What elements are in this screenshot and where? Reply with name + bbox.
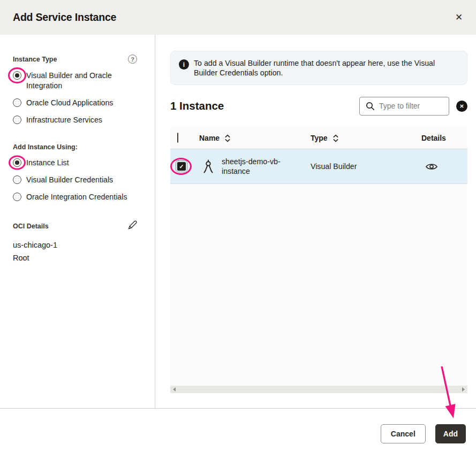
instance-table: Name Type Details: [170, 127, 467, 393]
radio-selected-icon[interactable]: [13, 158, 21, 167]
column-header-details: Details: [421, 134, 446, 142]
add-instance-using-label: Add Instance Using:: [13, 143, 78, 151]
filter-box[interactable]: [359, 97, 449, 116]
select-all-checkbox-indeterminate[interactable]: [177, 133, 178, 143]
instance-count-heading: 1 Instance: [170, 99, 224, 112]
oci-compartment-value: Root: [13, 251, 140, 264]
radio-label: Instance List: [26, 158, 69, 168]
sort-icon[interactable]: [225, 134, 230, 142]
instance-name: sheetjs-demo-vb-instance: [222, 157, 291, 176]
sidebar: Instance Type ? Visual Builder and Oracl…: [0, 35, 155, 408]
scroll-left-icon[interactable]: [173, 387, 176, 392]
radio-icon[interactable]: [13, 193, 21, 201]
table-header-row: Name Type Details: [170, 127, 467, 149]
radio-option-visual-builder-and-oracle-integration[interactable]: Visual Builder and Oracle Integration: [13, 71, 132, 91]
radio-label: Visual Builder and Oracle Integration: [26, 71, 132, 91]
radio-option-visual-builder-credentials[interactable]: Visual Builder Credentials: [13, 175, 132, 185]
dialog-title: Add Service Instance: [13, 11, 116, 24]
filter-input[interactable]: [379, 102, 438, 110]
radio-option-oracle-cloud-applications[interactable]: Oracle Cloud Applications: [13, 98, 132, 108]
oci-region-value: us-chicago-1: [13, 239, 140, 251]
help-icon[interactable]: ?: [128, 55, 137, 64]
table-empty-area: [170, 184, 467, 386]
radio-option-oracle-integration-credentials[interactable]: Oracle Integration Credentials: [13, 192, 132, 202]
radio-label: Infrastructure Services: [26, 115, 102, 125]
table-row[interactable]: ✓ sheetjs-demo-vb-insta: [170, 149, 467, 184]
info-banner: i To add a Visual Builder runtime that d…: [170, 51, 467, 85]
radio-icon[interactable]: [13, 116, 21, 124]
column-header-type[interactable]: Type: [311, 134, 421, 142]
annotation-circle: [8, 67, 26, 83]
main-panel: i To add a Visual Builder runtime that d…: [155, 35, 476, 408]
radio-label: Oracle Integration Credentials: [26, 192, 127, 202]
edit-pencil-icon[interactable]: [127, 220, 137, 232]
radio-label: Oracle Cloud Applications: [26, 98, 113, 108]
dialog-header: Add Service Instance ✕: [0, 0, 476, 35]
radio-selected-icon[interactable]: [13, 71, 21, 80]
radio-icon[interactable]: [13, 98, 21, 107]
clear-filter-icon[interactable]: ✕: [456, 101, 467, 112]
search-icon: [366, 102, 375, 111]
add-service-instance-dialog: Add Service Instance ✕ Instance Type ? V…: [0, 0, 476, 452]
instance-type-label: Instance Type: [13, 56, 57, 63]
column-header-name[interactable]: Name: [199, 134, 311, 142]
radio-option-infrastructure-services[interactable]: Infrastructure Services: [13, 115, 132, 125]
sort-icon[interactable]: [333, 134, 338, 142]
details-eye-icon[interactable]: [426, 162, 437, 171]
visual-builder-compass-icon: [202, 159, 214, 174]
instance-type-value: Visual Builder: [311, 162, 357, 171]
horizontal-scrollbar[interactable]: [170, 386, 467, 393]
radio-option-instance-list[interactable]: Instance List: [13, 158, 132, 168]
radio-icon[interactable]: [13, 175, 21, 184]
cancel-button[interactable]: Cancel: [381, 424, 426, 443]
dialog-footer: Cancel Add: [0, 408, 476, 452]
close-icon[interactable]: ✕: [451, 10, 467, 26]
info-banner-text: To add a Visual Builder runtime that doe…: [194, 58, 459, 78]
add-button[interactable]: Add: [435, 424, 466, 443]
oci-details-label: OCI Details: [13, 223, 49, 230]
row-checkbox-checked[interactable]: ✓: [177, 162, 186, 171]
scroll-right-icon[interactable]: [462, 387, 465, 392]
info-icon: i: [179, 59, 189, 70]
annotation-circle: [9, 156, 26, 170]
radio-label: Visual Builder Credentials: [26, 175, 113, 185]
